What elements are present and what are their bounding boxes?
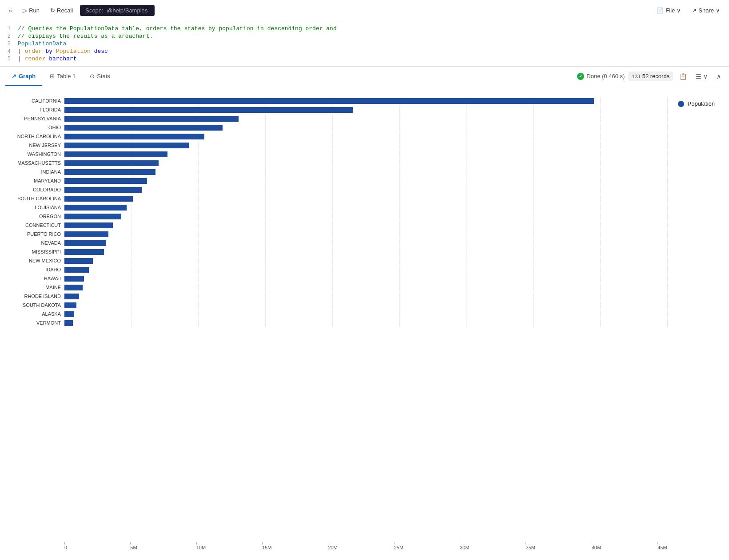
grid-line [131,204,132,211]
x-tick: 40M [592,545,657,550]
grid-line [600,159,601,167]
code-content-4[interactable]: | order by Population desc [18,48,108,55]
code-line-5: 5 | render barchart [0,55,729,63]
back-button[interactable]: « [5,5,16,16]
grid-line [533,195,534,203]
columns-button[interactable]: ☰ ∨ [693,71,710,82]
legend-item-population: Population [678,100,715,107]
bar-row: NEW MEXICO [0,257,667,265]
bar-label: FLORIDA [0,107,64,112]
grid-line [332,310,333,318]
bar-fill [64,285,83,290]
bar-track [64,222,667,228]
grid-line [131,213,132,220]
grid-line [466,168,466,176]
grid-line [332,177,333,185]
bar-track [64,125,667,131]
grid-line [399,204,400,211]
grid-line [600,257,601,265]
grid-line [667,142,668,149]
grid-line [533,213,534,220]
grid-line [600,195,601,203]
line-number-4: 4 [0,48,18,55]
grid-line [533,177,534,185]
grid-line [667,293,668,300]
bar-row: PUERTO RICO [0,230,667,238]
bar-row: RHODE ISLAND [0,292,667,300]
bar-fill [64,276,84,282]
grid-line [198,204,199,211]
file-button[interactable]: 📄 File ∨ [653,5,685,16]
grid-line [667,186,668,194]
bar-label: COLORADO [0,187,64,192]
grid-line [600,115,601,123]
bar-fill [64,311,74,317]
grid-line [131,293,132,300]
tab-stats[interactable]: ⊙ Stats [84,67,116,86]
grid-line [332,204,333,211]
grid-line [131,248,132,256]
grid-line [533,310,534,318]
legend-label: Population [688,100,715,107]
grid-line [265,177,266,185]
bar-fill [64,196,133,202]
bar-row: OREGON [0,212,667,220]
grid-line [265,204,266,211]
code-content-2[interactable]: // displays the results as a areachart. [18,33,153,40]
grid-line [600,319,601,327]
tab-table1[interactable]: ⊞ Table 1 [44,67,82,86]
grid-line [533,284,534,291]
recall-button[interactable]: ↻ Recall [47,5,76,16]
grid-line [332,257,333,265]
collapse-button[interactable]: ∧ [714,71,724,82]
grid-line [265,159,266,167]
grid-line [600,97,601,105]
grid-line [399,266,400,274]
share-button[interactable]: ↗ Share ∨ [688,5,724,16]
bar-row: MISSISSIPPI [0,248,667,256]
bar-fill [64,134,204,139]
bar-row: PENNSYLVANIA [0,115,667,123]
tab-stats-label: Stats [97,73,110,79]
run-button[interactable]: ▷ Run [19,5,43,16]
grid-line [533,275,534,282]
grid-line [198,195,199,203]
grid-line [131,257,132,265]
run-icon: ▷ [23,7,27,14]
code-content-3[interactable]: PopulationData [18,40,66,47]
tab-graph[interactable]: ↗ Graph [5,67,42,86]
bar-row: NEVADA [0,239,667,247]
grid-line [466,115,466,123]
copy-button[interactable]: 📋 [677,71,689,82]
grid-line [198,239,199,247]
bar-label: MARYLAND [0,178,64,183]
grid-line [600,230,601,238]
bar-row: VERMONT [0,319,667,327]
bar-fill [64,160,159,166]
grid-line [667,230,668,238]
grid-line [332,319,333,327]
grid-line [399,222,400,229]
bar-label: SOUTH DAKOTA [0,302,64,308]
bar-track [64,143,667,148]
bar-track [64,311,667,317]
code-content-1[interactable]: // Queries the PopulationData table, ord… [18,25,337,32]
grid-line [533,115,534,123]
bar-fill [64,249,104,255]
grid-line [533,186,534,194]
bar-chart: CALIFORNIAFLORIDAPENNSYLVANIAOHIONORTH C… [0,93,667,542]
grid-line [399,319,400,327]
scope-prefix: Scope: [85,7,103,14]
records-badge: 123 52 records [628,71,673,81]
back-icon: « [9,7,12,14]
bar-row: WASHINGTON [0,150,667,158]
grid-line [667,257,668,265]
chart-legend: Population [667,93,725,550]
grid-line [667,151,668,158]
records-icon: 123 [632,74,640,79]
bar-fill [64,205,127,210]
grid-line [131,230,132,238]
grid-line [265,124,266,131]
code-content-5[interactable]: | render barchart [18,56,77,62]
code-line-1: 1 // Queries the PopulationData table, o… [0,25,729,32]
